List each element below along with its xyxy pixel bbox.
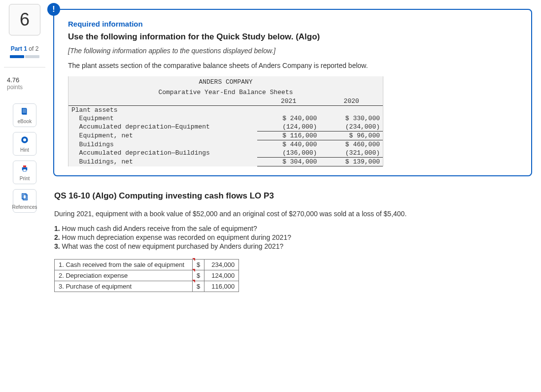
bs-cell: (136,000) xyxy=(257,149,320,158)
question-number: 2. xyxy=(54,233,60,241)
question-number: 3. xyxy=(54,242,60,250)
printer-icon xyxy=(20,164,29,174)
bs-cell: $ 139,000 xyxy=(320,158,383,166)
question-text: How much cash did Anders receive from th… xyxy=(60,225,257,232)
currency-cell[interactable]: $ xyxy=(193,281,204,292)
points-display: 4.76 points xyxy=(4,76,45,91)
ebook-label: eBook xyxy=(18,119,32,124)
part-current: Part 1 xyxy=(11,45,27,52)
bs-cell: $ 330,000 xyxy=(320,114,383,123)
bs-cell: $ 460,000 xyxy=(320,140,383,149)
ebook-button[interactable]: eBook xyxy=(13,103,36,127)
answer-value-input[interactable]: 234,000 xyxy=(204,260,239,270)
answer-row: 1. Cash received from the sale of equipm… xyxy=(55,260,239,270)
required-info-title: Required information xyxy=(68,20,517,28)
answer-label: 1. Cash received from the sale of equipm… xyxy=(55,260,193,270)
part-progress-bar xyxy=(10,55,39,58)
part-indicator: Part 1 of 2 xyxy=(4,45,45,52)
answer-value-input[interactable]: 116,000 xyxy=(204,281,239,292)
svg-rect-3 xyxy=(23,165,26,167)
bs-section-header: Plant assets xyxy=(68,106,257,115)
bs-row-label: Accumulated depreciation—Equipment xyxy=(68,123,257,131)
sidebar: 6 Part 1 of 2 4.76 points eBook Hi xyxy=(0,4,49,292)
bs-company: ANDERS COMPANY xyxy=(68,76,383,87)
bs-cell: $ 440,000 xyxy=(257,140,320,149)
applies-note: [The following information applies to th… xyxy=(68,47,517,55)
references-label: References xyxy=(12,204,37,210)
bs-cell: $ 240,000 xyxy=(257,114,320,123)
print-button[interactable]: Print xyxy=(13,161,36,184)
svg-rect-4 xyxy=(23,169,26,171)
print-label: Print xyxy=(20,176,30,181)
bs-cell: $ 304,000 xyxy=(257,158,320,166)
answer-row: 2. Depreciation expense $ 124,000 xyxy=(55,270,239,281)
question-number-box: 6 xyxy=(9,4,40,35)
question-number: 1. xyxy=(54,225,60,232)
bs-row-label: Equipment, net xyxy=(68,131,257,140)
bs-cell: (234,000) xyxy=(320,123,383,131)
svg-point-1 xyxy=(23,138,26,141)
balance-sheet-table: ANDERS COMPANY Comparative Year-End Bala… xyxy=(68,76,383,166)
lifebuoy-icon xyxy=(20,135,29,146)
bs-cell: (321,000) xyxy=(320,149,383,158)
scenario-text: During 2021, equipment with a book value… xyxy=(54,210,532,218)
answer-label: 3. Purchase of equipment xyxy=(55,281,193,292)
question-item: 3. What was the cost of new equipment pu… xyxy=(54,242,532,250)
intro-text: The plant assets section of the comparat… xyxy=(68,62,517,69)
answer-label: 2. Depreciation expense xyxy=(55,270,193,281)
bs-row-label: Buildings, net xyxy=(68,158,257,166)
bs-year-2021: 2021 xyxy=(257,97,320,106)
bs-cell: $ 96,000 xyxy=(320,131,383,140)
references-button[interactable]: References xyxy=(13,189,36,213)
required-alert-icon: ! xyxy=(47,3,60,16)
answer-value-input[interactable]: 124,000 xyxy=(204,270,239,281)
points-label: points xyxy=(7,84,45,91)
bs-row-label: Equipment xyxy=(68,114,257,123)
question-text: How much depreciation expense was record… xyxy=(60,233,291,241)
part-total: of 2 xyxy=(29,45,38,52)
bs-year-2020: 2020 xyxy=(320,97,383,106)
bs-subtitle: Comparative Year-End Balance Sheets xyxy=(68,87,383,97)
question-text: What was the cost of new equipment purch… xyxy=(60,242,284,250)
hint-label: Hint xyxy=(20,147,29,153)
bs-row-label: Accumulated depreciation—Buildings xyxy=(68,149,257,158)
bs-cell: $ 116,000 xyxy=(257,131,320,140)
question-item: 1. How much cash did Anders receive from… xyxy=(54,225,532,232)
copy-icon xyxy=(20,193,29,203)
answer-row: 3. Purchase of equipment $ 116,000 xyxy=(55,281,239,292)
bs-row-label: Buildings xyxy=(68,140,257,149)
points-value: 4.76 xyxy=(7,76,45,84)
qs-title: QS 16-10 (Algo) Computing investing cash… xyxy=(54,191,532,201)
required-info-box: Required information Use the following i… xyxy=(53,9,532,176)
quick-study-heading: Use the following information for the Qu… xyxy=(68,32,517,42)
bs-cell: (124,000) xyxy=(257,123,320,131)
question-item: 2. How much depreciation expense was rec… xyxy=(54,233,532,241)
book-icon xyxy=(20,107,29,117)
hint-button[interactable]: Hint xyxy=(13,132,36,156)
question-list: 1. How much cash did Anders receive from… xyxy=(54,225,532,250)
answer-table: 1. Cash received from the sale of equipm… xyxy=(54,259,239,292)
